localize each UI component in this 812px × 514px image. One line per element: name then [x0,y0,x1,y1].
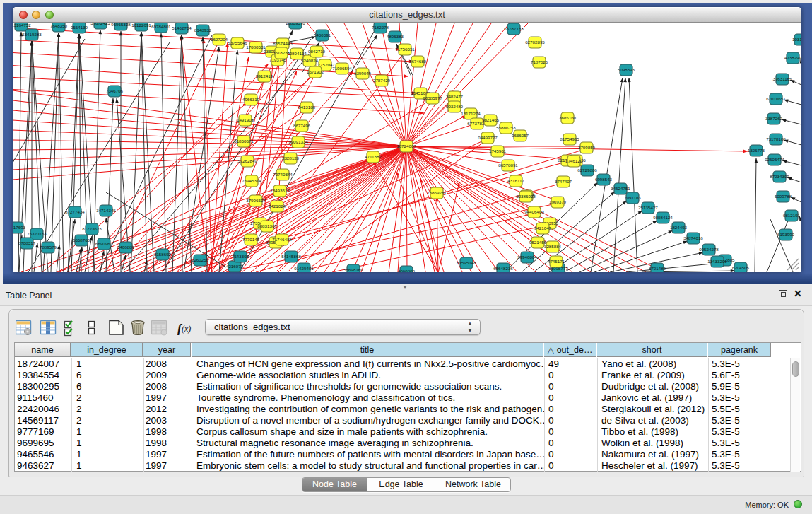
svg-text:2328120: 2328120 [282,156,300,160]
svg-text:6193990: 6193990 [777,232,795,237]
svg-text:01429401: 01429401 [294,266,314,271]
svg-text:7187026: 7187026 [531,59,548,64]
svg-text:0932480: 0932480 [446,104,464,109]
svg-text:4711382: 4711382 [365,154,382,159]
svg-text:1399049: 1399049 [354,71,372,76]
svg-text:6658760: 6658760 [73,238,90,243]
svg-text:28809570: 28809570 [286,23,305,25]
svg-text:5674680: 5674680 [409,59,427,64]
svg-text:4060883: 4060883 [398,269,416,272]
svg-text:54145868: 54145868 [281,254,301,259]
svg-text:7346706: 7346706 [106,88,124,93]
svg-text:55886753: 55886753 [496,125,516,130]
svg-text:0842710: 0842710 [308,49,326,54]
svg-text:34624751: 34624751 [611,186,630,191]
svg-text:5466889: 5466889 [117,245,135,250]
svg-text:3285884: 3285884 [544,244,562,249]
svg-text:94406409: 94406409 [524,209,544,214]
svg-text:00524278: 00524278 [699,247,719,252]
svg-text:62729806: 62729806 [577,168,597,173]
svg-text:2260256: 2260256 [192,257,209,262]
svg-text:34714345: 34714345 [96,208,116,213]
svg-text:73178108: 73178108 [766,136,786,141]
svg-text:3482477: 3482477 [446,94,464,99]
svg-text:3709859: 3709859 [578,145,596,150]
svg-text:0812191: 0812191 [783,213,801,218]
svg-text:9421047: 9421047 [534,226,552,230]
svg-text:71756551: 71756551 [395,47,415,52]
svg-text:53419283: 53419283 [22,32,42,37]
svg-text:18724007: 18724007 [396,144,416,148]
svg-text:02606474: 02606474 [765,157,784,162]
svg-text:34874016: 34874016 [683,235,703,240]
svg-text:37631165: 37631165 [772,76,792,81]
svg-text:81223623: 81223623 [82,226,102,231]
svg-text:1671902: 1671902 [307,69,324,74]
svg-text:79740344: 79740344 [273,172,293,177]
svg-text:80831367: 80831367 [257,223,277,228]
svg-text:7770143: 7770143 [242,237,260,242]
svg-text:61595148: 61595148 [457,260,476,265]
svg-text:9413186: 9413186 [298,105,316,110]
svg-text:25135427: 25135427 [638,205,658,210]
svg-text:75869261: 75869261 [427,190,447,195]
svg-text:37996507: 37996507 [246,198,266,203]
svg-text:9636057: 9636057 [512,133,529,138]
svg-text:8677496: 8677496 [293,123,311,128]
svg-text:60385977: 60385977 [423,95,442,100]
svg-text:04499727: 04499727 [478,135,498,140]
svg-text:6690967: 6690967 [95,241,113,246]
svg-text:3387262: 3387262 [765,116,783,121]
svg-text:6204505: 6204505 [732,265,750,270]
svg-text:4216073: 4216073 [226,264,244,269]
svg-text:6998543: 6998543 [595,177,613,182]
svg-text:57262849: 57262849 [237,158,257,163]
svg-text:65648236: 65648236 [493,266,513,271]
svg-text:4745171: 4745171 [548,259,565,264]
svg-text:71746488: 71746488 [272,237,292,242]
svg-text:(x): (x) [182,324,191,334]
svg-text:7648350: 7648350 [50,23,68,28]
svg-text:7991183: 7991183 [624,195,641,200]
svg-text:1969379: 1969379 [549,199,567,204]
svg-text:1326773: 1326773 [748,148,765,153]
svg-text:5009788: 5009788 [775,194,792,199]
svg-text:76945314: 76945314 [242,178,261,183]
svg-text:3747407: 3747407 [555,179,572,184]
svg-text:9821465: 9821465 [482,117,500,122]
svg-text:1824493: 1824493 [670,225,688,230]
svg-text:5430391: 5430391 [314,33,331,37]
svg-text:8148932: 8148932 [194,28,212,33]
svg-text:4896383: 4896383 [387,34,404,39]
svg-text:1627204: 1627204 [211,37,228,42]
svg-text:65787133: 65787133 [504,26,524,31]
svg-text:62702895: 62702895 [525,40,545,45]
svg-text:49894134: 49894134 [287,51,307,56]
svg-text:99091334: 99091334 [288,139,308,144]
svg-text:7917693: 7917693 [13,225,26,230]
svg-text:86578091: 86578091 [498,163,518,168]
svg-text:2787429: 2787429 [373,78,391,83]
svg-text:87234309: 87234309 [770,174,789,179]
svg-text:51462704: 51462704 [172,25,192,30]
svg-text:96965328: 96965328 [111,23,131,27]
svg-text:69784801: 69784801 [151,24,171,29]
svg-text:71906594: 71906594 [332,66,352,71]
svg-text:10122691: 10122691 [131,23,151,28]
svg-text:51850671: 51850671 [234,139,254,144]
svg-text:7889579: 7889579 [40,245,57,250]
svg-text:7543303: 7543303 [232,254,249,259]
svg-text:37672423: 37672423 [90,23,110,25]
svg-text:13433200: 13433200 [707,259,727,264]
svg-text:8708317: 8708317 [18,240,36,245]
svg-text:8721489: 8721489 [649,266,666,271]
svg-text:4738299: 4738299 [784,55,801,60]
svg-text:76320163: 76320163 [27,231,47,236]
svg-text:55698169: 55698169 [343,267,363,272]
svg-text:1745961: 1745961 [489,148,507,153]
svg-text:1746120: 1746120 [565,158,583,163]
svg-text:13171274: 13171274 [461,111,481,116]
svg-text:7182278: 7182278 [372,25,389,30]
svg-text:5098393: 5098393 [618,67,635,72]
svg-text:13493618: 13493618 [270,188,290,193]
